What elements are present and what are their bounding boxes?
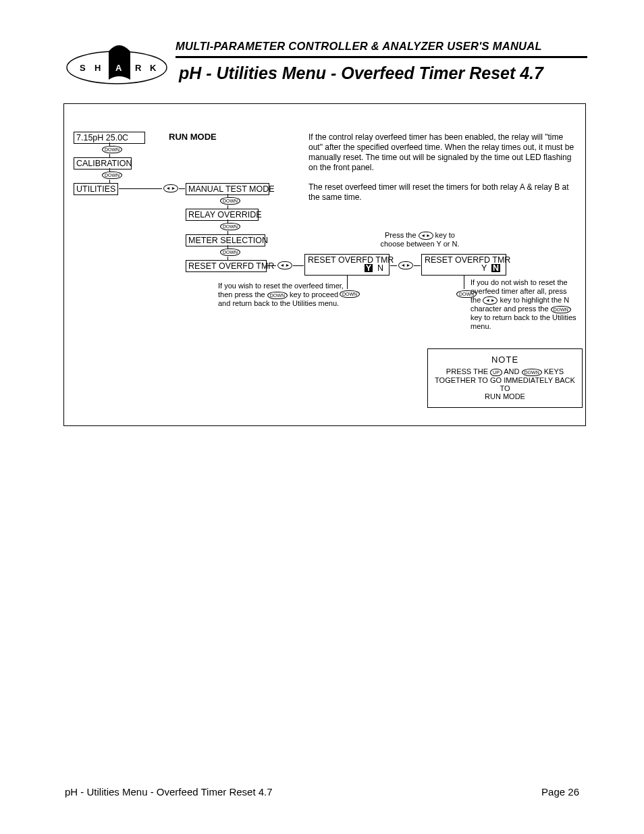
down-key-icon: DOWN	[220, 249, 240, 256]
page-title: pH - Utilities Menu - Overfeed Timer Res…	[179, 63, 543, 83]
y-unselected: Y	[481, 263, 487, 273]
note-box: NOTE PRESS THE UP AND DOWN KEYS TOGETHER…	[427, 348, 583, 408]
reset-overfd-tmr: RESET OVERFD TMR	[186, 260, 267, 272]
diagram-panel: 7.15pH 25.0C RUN MODE DOWN CALIBRATION D…	[63, 103, 586, 426]
svg-text:R: R	[135, 63, 142, 73]
svg-text:K: K	[150, 63, 157, 73]
left-right-key-icon	[483, 296, 498, 305]
header-rule	[176, 56, 587, 58]
utilities-menu: UTILITIES	[74, 183, 118, 195]
calibration-menu: CALIBRATION	[74, 157, 132, 170]
reset-overfd-yn-y: RESET OVERFD TMR Y N	[304, 254, 390, 276]
shark-logo: S H A R K	[66, 41, 167, 84]
left-right-key-icon	[277, 261, 292, 269]
svg-text:H: H	[95, 63, 101, 73]
left-caption: If you wish to reset the overfeed timer,…	[218, 282, 353, 308]
left-right-key-icon	[398, 261, 413, 269]
down-key-icon: DOWN	[220, 223, 240, 230]
n-selected: N	[491, 264, 500, 272]
run-mode-label: RUN MODE	[169, 132, 217, 142]
down-key-icon: DOWN	[102, 172, 122, 179]
down-key-icon: DOWN	[102, 146, 122, 153]
page: S H A R K MULTI-PARAMETER CONTROLLER & A…	[0, 0, 644, 834]
up-key-icon: UP	[490, 369, 502, 376]
meter-selection: METER SELECTION	[186, 234, 265, 246]
header-overline: MULTI-PARAMETER CONTROLLER & ANALYZER US…	[176, 40, 542, 53]
left-right-key-icon	[419, 232, 433, 240]
svg-text:S: S	[80, 63, 86, 73]
n-unselected: N	[377, 263, 383, 273]
y-selected: Y	[365, 264, 373, 272]
footer-left: pH - Utilities Menu - Overfeed Timer Res…	[65, 786, 273, 798]
body-paragraph-2: The reset overfeed timer will reset the …	[308, 182, 579, 203]
footer-right: Page 26	[541, 786, 579, 798]
svg-text:A: A	[115, 63, 122, 73]
down-key-icon: DOWN	[267, 292, 288, 299]
note-body: PRESS THE UP AND DOWN KEYS TOGETHER TO G…	[435, 367, 575, 400]
down-key-icon: DOWN	[220, 197, 240, 205]
down-key-icon: DOWN	[551, 306, 571, 313]
relay-override: RELAY OVERRIDE	[186, 209, 259, 221]
left-right-key-icon	[163, 184, 178, 192]
down-key-icon: DOWN	[522, 369, 542, 376]
right-caption: If you do not wish to reset the overfeed…	[471, 278, 585, 331]
choose-caption: Press the key to choose between Y or N.	[369, 231, 471, 249]
note-title: NOTE	[435, 355, 575, 365]
reset-overfd-yn-n: RESET OVERFD TMR Y N	[421, 254, 506, 276]
body-paragraph-1: If the control relay overfeed timer has …	[308, 132, 579, 173]
